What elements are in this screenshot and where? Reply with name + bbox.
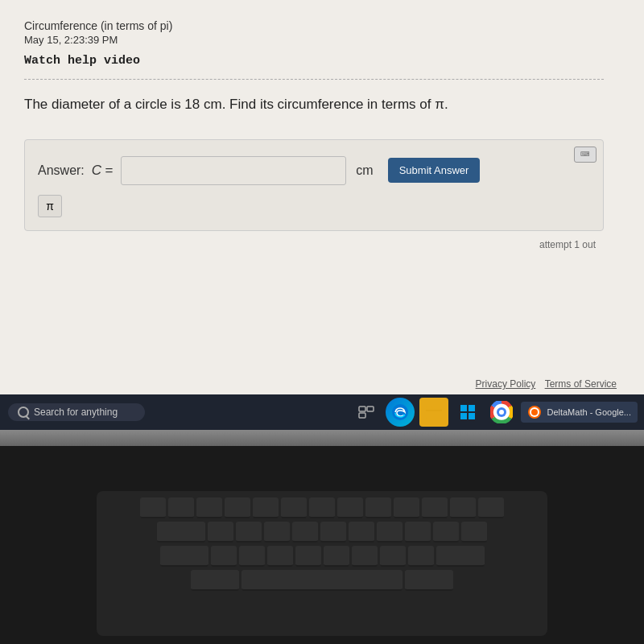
watch-help-link[interactable]: Watch help video: [24, 54, 604, 68]
answer-label: Answer: C =: [38, 163, 113, 179]
key: [211, 546, 237, 567]
key: [267, 546, 293, 567]
answer-input[interactable]: [121, 156, 346, 185]
unit-label: cm: [356, 163, 373, 178]
keyboard-area: [0, 446, 644, 644]
divider: [24, 79, 604, 80]
key: [450, 497, 476, 518]
page-title: Circumference (in terms of pi): [24, 19, 604, 32]
key: [191, 570, 239, 591]
key: [408, 546, 434, 567]
keyboard-icon[interactable]: ⌨: [574, 147, 597, 163]
key: [436, 546, 485, 567]
svg-rect-2: [359, 413, 365, 418]
deltamath-label: DeltaMath - Google...: [547, 407, 631, 417]
key: [405, 570, 453, 591]
terms-of-service-link[interactable]: Terms of Service: [545, 378, 617, 390]
key: [394, 497, 419, 518]
key: [349, 522, 374, 543]
search-icon: [18, 407, 29, 418]
key: [337, 497, 363, 518]
key: [225, 497, 250, 518]
svg-rect-4: [460, 405, 467, 411]
taskbar-search[interactable]: Search for anything: [8, 403, 145, 421]
monitor-bezel: [0, 430, 644, 446]
key: [461, 522, 487, 543]
key: [324, 546, 349, 567]
attempt-text: attempt 1 out: [24, 239, 604, 250]
pi-button[interactable]: π: [38, 195, 62, 217]
key: [160, 546, 208, 567]
privacy-policy-link[interactable]: Privacy Policy: [476, 378, 536, 390]
answer-box: ⌨ Answer: C = cm Submit Answer π: [24, 139, 604, 231]
svg-point-3: [392, 404, 408, 420]
key: [422, 497, 448, 518]
key: [196, 497, 222, 518]
key: [264, 522, 290, 543]
keyboard-visual: [97, 491, 547, 636]
search-label: Search for anything: [34, 407, 118, 418]
svg-rect-6: [460, 413, 467, 419]
problem-text: The diameter of a circle is 18 cm. Find …: [24, 94, 604, 115]
key: [478, 497, 504, 518]
spacebar-key[interactable]: [242, 570, 402, 591]
virtual-desktops-icon[interactable]: [352, 398, 381, 427]
key: [292, 522, 318, 543]
key: [352, 546, 378, 567]
windows-icon[interactable]: [453, 398, 482, 427]
key: [140, 497, 166, 518]
key: [236, 522, 262, 543]
svg-rect-1: [367, 407, 374, 411]
answer-row: Answer: C = cm Submit Answer: [38, 156, 590, 185]
svg-point-11: [499, 410, 504, 415]
chrome-icon[interactable]: [487, 398, 516, 427]
key: [208, 522, 233, 543]
key: [380, 546, 406, 567]
svg-point-14: [531, 409, 538, 415]
key: [377, 522, 402, 543]
svg-rect-5: [469, 405, 475, 411]
deltamath-tab[interactable]: DeltaMath - Google...: [521, 402, 638, 423]
submit-button[interactable]: Submit Answer: [388, 158, 481, 183]
footer-links: Privacy Policy Terms of Service: [404, 378, 620, 390]
key: [433, 522, 459, 543]
taskbar-icons: DeltaMath - Google...: [352, 398, 644, 427]
taskbar: Search for anything: [0, 394, 644, 430]
edge-icon[interactable]: [386, 398, 415, 427]
screen: Circumference (in terms of pi) May 15, 2…: [0, 0, 644, 419]
key: [309, 497, 335, 518]
key: [168, 497, 194, 518]
svg-rect-0: [359, 407, 365, 411]
key: [157, 522, 205, 543]
key: [365, 497, 391, 518]
folder-icon[interactable]: [419, 398, 448, 427]
key: [239, 546, 265, 567]
key: [281, 497, 307, 518]
content-area: Circumference (in terms of pi) May 15, 2…: [0, 0, 628, 266]
page-date: May 15, 2:23:39 PM: [24, 34, 604, 46]
key: [320, 522, 346, 543]
key: [405, 522, 431, 543]
svg-rect-7: [469, 413, 475, 419]
key: [295, 546, 321, 567]
key: [253, 497, 279, 518]
